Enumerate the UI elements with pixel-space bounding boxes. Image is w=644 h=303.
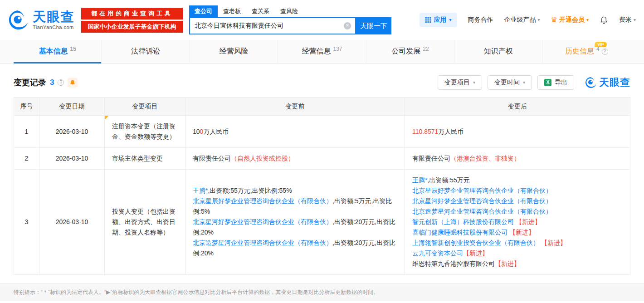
logo-text-cn: 天眼查 — [33, 10, 75, 24]
tianyancha-logo[interactable]: 天眼查 TianYanCha.com — [8, 10, 75, 30]
cell-text: ,出资额:55万元,出资比例:55% — [208, 187, 292, 194]
table-row: 32026-03-10投资人变更（包括出资额、出资方式、出资日期、投资人名称等）… — [14, 170, 630, 275]
business-cooperation-link[interactable]: 商务合作 — [468, 16, 493, 24]
filter-change-item-button[interactable]: 变更项目 ▾ — [438, 75, 482, 90]
company-nav-tabs: 基本信息 15 法律诉讼 经营风险 经营信息 137 公司发展 22 知识产权 … — [0, 40, 644, 64]
search-input[interactable] — [190, 18, 355, 34]
tab-history-info[interactable]: VIP 历史信息 4 ? — [542, 40, 630, 63]
section-help-icon[interactable]: ? — [58, 79, 64, 86]
search-button[interactable]: 天眼一下 — [356, 17, 391, 34]
business-cooperation-label: 商务合作 — [468, 16, 493, 24]
tab-count: 137 — [333, 46, 342, 52]
header-date: 变更日期 — [39, 98, 105, 116]
chevron-down-icon: ▾ — [473, 80, 475, 85]
filter-label: 变更时间 — [494, 78, 520, 87]
cell-text: 【新进】 — [541, 239, 566, 246]
filter-change-time-button[interactable]: 变更时间 ▾ — [488, 75, 532, 90]
chevron-down-icon: ▾ — [449, 18, 452, 22]
company-link[interactable]: 北京星河好梦企业管理咨询合伙企业（有限合伙） — [193, 218, 332, 225]
tab-intellectual-property[interactable]: 知识产权 — [454, 40, 542, 63]
company-link[interactable]: 北京造梦星河企业管理咨询合伙企业（有限合伙） — [412, 208, 552, 215]
row-date-cell: 2026-03-10 — [39, 148, 105, 170]
company-link[interactable]: 北京造梦星河企业管理咨询合伙企业（有限合伙） — [193, 239, 332, 246]
cell-text: （港澳台投资、非独资） — [450, 155, 520, 162]
cell-text: 有限责任公司 — [412, 155, 450, 162]
cell-text: ,出资额:55万元 — [427, 176, 469, 184]
tab-label: 知识产权 — [484, 47, 513, 56]
search-tab-relation[interactable]: 查关系 — [246, 5, 275, 17]
cell-line: 上海瓴智新创创业投资合伙企业（有限合伙） 【新进】 — [412, 238, 623, 248]
after-change-cell: 110.8571万人民币 — [405, 116, 630, 148]
cell-line: 王腾*,出资额:55万元 — [412, 175, 623, 186]
header-no: 序号 — [14, 98, 39, 116]
company-link[interactable]: 北京星河好梦企业管理咨询合伙企业（有限合伙） — [412, 197, 552, 205]
export-button[interactable]: X 导出 — [537, 75, 574, 90]
search-tabs: 查公司 查老板 查关系 查风险 — [189, 5, 391, 17]
cell-line: 有限责任公司（自然人投资或控股） — [193, 153, 397, 164]
enterprise-product-menu[interactable]: 企业级产品 ▾ — [504, 16, 540, 24]
cell-line: 110.8571万人民币 — [412, 127, 623, 137]
company-link[interactable]: 王腾* — [193, 187, 208, 194]
company-link[interactable]: 喜临门健康睡眠科技股份有限公司 — [412, 229, 507, 236]
cell-line: 维恩特第九香港控股有限公司【新进】 — [412, 259, 623, 269]
company-link[interactable]: 王腾* — [412, 176, 427, 184]
username-label: 费米 — [619, 16, 632, 24]
company-link[interactable]: 北京星辰好梦企业管理咨询合伙企业（有限合伙） — [193, 197, 332, 205]
header-after: 变更后 — [405, 98, 630, 116]
apps-button[interactable]: 应用 ▾ — [420, 13, 457, 27]
tab-legal-litigation[interactable]: 法律诉讼 — [101, 40, 189, 63]
search-tab-company[interactable]: 查公司 — [189, 5, 218, 17]
chevron-down-icon: ▾ — [634, 18, 636, 22]
cell-text: 万人民币 — [203, 128, 229, 135]
tab-company-development[interactable]: 公司发展 22 — [366, 40, 454, 63]
cell-text: 有限责任公司 — [193, 155, 231, 162]
subscribe-bell-icon[interactable] — [68, 78, 78, 88]
change-item-cell: 注册资本变更（注册资金、资金数额等变更） — [105, 116, 185, 148]
company-link[interactable]: 云九可变资本公司 — [412, 249, 463, 257]
row-no-cell: 2 — [14, 148, 39, 170]
clear-icon[interactable]: × — [344, 22, 351, 29]
open-vip-menu[interactable]: ♛ 开通会员 ▾ — [551, 16, 589, 24]
cell-text: 万人民币 — [438, 128, 463, 135]
cell-text: 【新进】 — [495, 260, 520, 267]
export-label: 导出 — [555, 78, 567, 87]
search-tab-risk[interactable]: 查风险 — [275, 5, 303, 17]
search-input-wrap: × — [189, 17, 356, 34]
row-no-cell: 1 — [14, 116, 39, 148]
search-area: 查公司 查老板 查关系 查风险 × 天眼一下 — [189, 5, 391, 34]
company-link[interactable]: 北京星辰好梦企业管理咨询合伙企业（有限合伙） — [412, 187, 552, 194]
cell-line: 100万人民币 — [193, 127, 397, 137]
enterprise-product-label: 企业级产品 — [504, 16, 536, 24]
before-change-cell: 王腾*,出资额:55万元,出资比例:55%北京星辰好梦企业管理咨询合伙企业（有限… — [185, 170, 405, 275]
change-record-header: 变更记录 3 ? 变更项目 ▾ 变更时间 ▾ X 导出 天眼查 — [14, 75, 630, 90]
before-change-cell: 100万人民币 — [185, 116, 405, 148]
cell-line: 喜临门健康睡眠科技股份有限公司 【新进】 — [412, 227, 623, 238]
tab-label: 经营信息 — [302, 47, 331, 56]
history-help-icon[interactable]: ? — [602, 49, 608, 55]
cell-line: 北京星河好梦企业管理咨询合伙企业（有限合伙） — [412, 196, 623, 206]
tab-basic-info[interactable]: 基本信息 15 — [14, 40, 101, 63]
row-date-cell: 2026-03-10 — [39, 116, 105, 148]
company-link[interactable]: 上海瓴智新创创业投资合伙企业（有限合伙） — [412, 239, 539, 246]
logo-text-en: TianYanCha.com — [33, 24, 75, 30]
tab-operation-info[interactable]: 经营信息 137 — [278, 40, 366, 63]
cell-text: 【新进】 — [463, 249, 488, 257]
grid-icon — [425, 17, 431, 23]
tab-operation-risk[interactable]: 经营风险 — [190, 40, 278, 63]
excel-icon: X — [544, 79, 551, 86]
slogan-line-1: 都在用的商业查询工具 — [81, 8, 183, 20]
row-date-cell: 2026-03-10 — [39, 170, 105, 275]
search-tab-boss[interactable]: 查老板 — [218, 5, 246, 17]
crown-icon: ♛ — [551, 16, 557, 24]
chevron-down-icon: ▾ — [586, 18, 589, 22]
section-title: 变更记录 — [14, 77, 46, 88]
notification-bell-icon[interactable] — [600, 16, 608, 24]
footer-note-text: 特别提示：“＊”标识的为法定代表人。“▶”角标标识的为天眼查根据官网公示信息对比… — [14, 289, 379, 295]
computed-data-corner-icon — [105, 116, 109, 120]
table-row: 22026-03-10市场主体类型变更有限责任公司（自然人投资或控股）有限责任公… — [14, 148, 630, 170]
top-header: 天眼查 TianYanCha.com 都在用的商业查询工具 国家中小企业发展子基… — [0, 0, 644, 40]
user-menu[interactable]: 费米 ▾ — [619, 16, 636, 24]
slogan-line-2: 国家中小企业发展子基金旗下机构 — [81, 21, 183, 33]
cell-line: 云九可变资本公司【新进】 — [412, 248, 623, 259]
company-link[interactable]: 智元创新（上海）科技股份有限公司 — [412, 218, 514, 225]
